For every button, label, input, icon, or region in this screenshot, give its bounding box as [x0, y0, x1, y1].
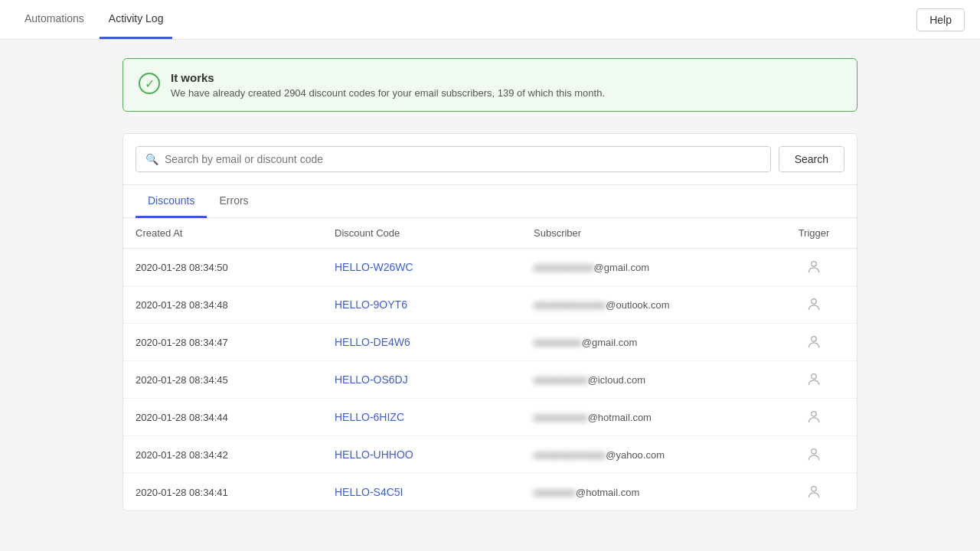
cell-subscriber: ●●●●●●●●●@hotmail.com: [534, 412, 783, 423]
header-trigger: Trigger: [783, 227, 844, 239]
cell-discount-code[interactable]: HELLO-6HIZC: [335, 411, 534, 423]
success-icon: ✓: [139, 73, 160, 94]
cell-created-at: 2020-01-28 08:34:48: [136, 299, 335, 311]
cell-created-at: 2020-01-28 08:34:45: [136, 374, 335, 386]
header-created-at: Created At: [136, 227, 335, 239]
cell-discount-code[interactable]: HELLO-UHHOO: [335, 448, 534, 461]
svg-point-5: [812, 449, 817, 455]
table-row: 2020-01-28 08:34:44 HELLO-6HIZC ●●●●●●●●…: [123, 399, 857, 436]
cell-subscriber: ●●●●●●●@hotmail.com: [534, 487, 783, 498]
cell-trigger: [783, 409, 844, 425]
header-discount-code: Discount Code: [335, 227, 534, 239]
tab-row: Discounts Errors: [123, 185, 857, 218]
cell-created-at: 2020-01-28 08:34:41: [136, 487, 335, 498]
svg-point-1: [812, 299, 817, 305]
table-row: 2020-01-28 08:34:45 HELLO-OS6DJ ●●●●●●●●…: [123, 361, 857, 399]
svg-point-0: [812, 262, 817, 267]
person-icon: [806, 447, 822, 462]
tab-discounts[interactable]: Discounts: [136, 185, 207, 218]
person-icon: [806, 297, 822, 312]
cell-trigger: [783, 334, 844, 350]
help-button[interactable]: Help: [916, 8, 965, 31]
nav-tabs: Automations Activity Log: [15, 0, 172, 39]
svg-point-2: [812, 337, 817, 342]
cell-subscriber: ●●●●●●●●@gmail.com: [534, 337, 783, 348]
cell-created-at: 2020-01-28 08:34:50: [136, 262, 335, 273]
banner-description: We have already created 2904 discount co…: [171, 87, 605, 99]
top-nav: Automations Activity Log Help: [0, 0, 980, 40]
search-button[interactable]: Search: [779, 146, 844, 172]
person-icon: [806, 372, 822, 387]
nav-tab-activity-log[interactable]: Activity Log: [100, 0, 173, 39]
banner-title: It works: [171, 71, 605, 84]
person-icon: [806, 409, 822, 425]
person-icon: [806, 259, 822, 275]
svg-point-3: [812, 374, 817, 380]
person-icon: [806, 484, 822, 500]
cell-subscriber: ●●●●●●●●●●●●@yahoo.com: [534, 449, 783, 461]
cell-trigger: [783, 259, 844, 275]
cell-subscriber: ●●●●●●●●●@icloud.com: [534, 374, 783, 386]
nav-tab-automations[interactable]: Automations: [15, 0, 93, 39]
table-row: 2020-01-28 08:34:47 HELLO-DE4W6 ●●●●●●●●…: [123, 324, 857, 361]
table-header: Created At Discount Code Subscriber Trig…: [123, 218, 857, 249]
search-input[interactable]: [165, 153, 761, 165]
cell-discount-code[interactable]: HELLO-S4C5I: [335, 486, 534, 498]
svg-point-6: [812, 487, 817, 492]
cell-discount-code[interactable]: HELLO-DE4W6: [335, 336, 534, 348]
table-row: 2020-01-28 08:34:48 HELLO-9OYT6 ●●●●●●●●…: [123, 286, 857, 324]
table-body: 2020-01-28 08:34:50 HELLO-W26WC ●●●●●●●●…: [123, 249, 857, 510]
search-input-wrapper: 🔍: [136, 146, 771, 172]
header-subscriber: Subscriber: [534, 227, 783, 239]
search-area: 🔍 Search Discounts Errors Created At Dis…: [122, 133, 858, 511]
cell-subscriber: ●●●●●●●●●●●●@outlook.com: [534, 299, 783, 311]
cell-subscriber: ●●●●●●●●●●@gmail.com: [534, 262, 783, 273]
cell-discount-code[interactable]: HELLO-9OYT6: [335, 298, 534, 311]
cell-created-at: 2020-01-28 08:34:44: [136, 412, 335, 423]
cell-discount-code[interactable]: HELLO-OS6DJ: [335, 373, 534, 386]
cell-trigger: [783, 372, 844, 387]
banner-text: It works We have already created 2904 di…: [171, 71, 605, 99]
cell-created-at: 2020-01-28 08:34:47: [136, 337, 335, 348]
cell-trigger: [783, 447, 844, 462]
table-row: 2020-01-28 08:34:42 HELLO-UHHOO ●●●●●●●●…: [123, 436, 857, 474]
cell-created-at: 2020-01-28 08:34:42: [136, 449, 335, 461]
search-row: 🔍 Search: [123, 134, 857, 185]
cell-discount-code[interactable]: HELLO-W26WC: [335, 261, 534, 273]
table-row: 2020-01-28 08:34:50 HELLO-W26WC ●●●●●●●●…: [123, 249, 857, 286]
tab-errors[interactable]: Errors: [207, 185, 260, 218]
search-icon: 🔍: [145, 153, 158, 165]
svg-point-4: [812, 412, 817, 417]
cell-trigger: [783, 297, 844, 312]
success-banner: ✓ It works We have already created 2904 …: [122, 58, 858, 112]
cell-trigger: [783, 484, 844, 500]
main-content: ✓ It works We have already created 2904 …: [107, 40, 873, 530]
table-row: 2020-01-28 08:34:41 HELLO-S4C5I ●●●●●●●@…: [123, 474, 857, 510]
person-icon: [806, 334, 822, 350]
